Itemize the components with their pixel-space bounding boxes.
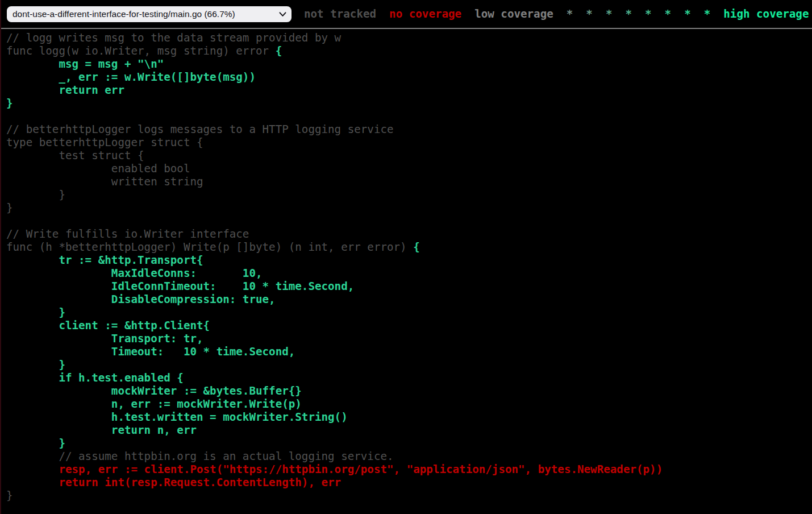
legend-item-cov8: * <box>684 7 691 20</box>
window-edge <box>0 0 1 514</box>
topbar: dont-use-a-different-interface-for-testi… <box>0 0 812 29</box>
legend-item-cov2: * <box>567 7 573 20</box>
code-segment-untracked: } <box>6 489 13 502</box>
legend-item-cov6: * <box>645 7 652 20</box>
legend-item-cov10: high coverage <box>723 7 809 20</box>
content: // logg writes msg to the data stream pr… <box>0 0 812 513</box>
legend-item-cov3: * <box>586 7 593 20</box>
legend-item-cov4: * <box>606 7 613 20</box>
legend-item-cov9: * <box>704 7 711 20</box>
legend-item-cov0: no coverage <box>389 7 461 20</box>
legend-item-cov1: low coverage <box>474 7 553 20</box>
legend-item-cov7: * <box>665 7 672 20</box>
code-segment-cov8: { tr := &http.Transport{ MaxIdleConns: 1… <box>6 241 420 450</box>
legend-item-untracked: not tracked <box>304 7 376 20</box>
file-selector-dropdown[interactable]: dont-use-a-different-interface-for-testi… <box>7 6 292 22</box>
source-code: // logg writes msg to the data stream pr… <box>0 31 812 513</box>
code-segment-untracked: // betterhttpLogger logs messages to a H… <box>6 123 413 254</box>
legend-item-cov5: * <box>625 7 632 20</box>
coverage-legend: not trackedno coveragelow coverage******… <box>304 7 809 20</box>
code-segment-untracked: // logg writes msg to the data stream pr… <box>6 31 341 57</box>
file-selector: dont-use-a-different-interface-for-testi… <box>7 6 292 22</box>
code-segment-cov0: resp, err := client.Post("https://httpbi… <box>6 463 663 489</box>
